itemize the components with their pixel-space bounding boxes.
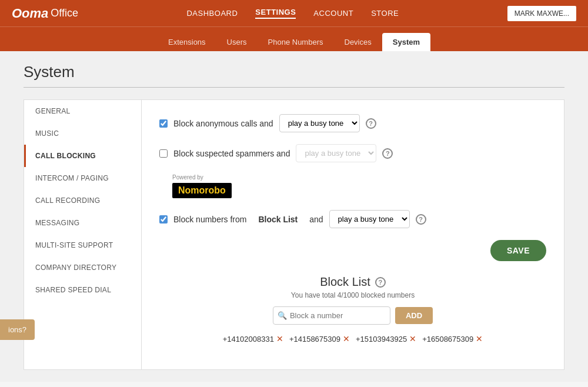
page-divider bbox=[24, 87, 564, 88]
remove-number-1-icon[interactable]: ✕ bbox=[276, 334, 283, 343]
main-layout: GENERAL MUSIC CALL BLOCKING INTERCOM / P… bbox=[24, 99, 564, 370]
block-list-help-icon[interactable]: ? bbox=[416, 214, 426, 225]
save-button[interactable]: SAVE bbox=[490, 240, 546, 261]
block-list-title-help-icon[interactable]: ? bbox=[375, 277, 386, 288]
block-list-checkbox[interactable] bbox=[159, 215, 168, 223]
user-button[interactable]: MARK MAXWE... bbox=[507, 6, 576, 21]
block-spammers-label: Block suspected spammers and bbox=[173, 149, 290, 158]
page-title: System bbox=[24, 63, 564, 81]
sidebar-item-intercom-paging[interactable]: INTERCOM / PAGING bbox=[24, 167, 141, 189]
sidebar-item-company-directory[interactable]: COMPANY DIRECTORY bbox=[24, 256, 141, 279]
sidebar-item-multi-site[interactable]: MULTI-SITE SUPPORT bbox=[24, 234, 141, 256]
nav-store[interactable]: STORE bbox=[371, 9, 399, 18]
nav-links: DASHBOARD SETTINGS ACCOUNT STORE bbox=[186, 8, 399, 19]
remove-number-3-icon[interactable]: ✕ bbox=[409, 334, 416, 343]
floating-button[interactable]: ions? bbox=[0, 319, 35, 340]
block-list-section: Block List ? You have total 4/1000 block… bbox=[159, 275, 546, 343]
blocked-number-1: +14102008331 bbox=[223, 335, 274, 343]
subnav-phone-numbers[interactable]: Phone Numbers bbox=[258, 33, 334, 51]
block-anonymous-checkbox[interactable] bbox=[159, 119, 168, 128]
block-anonymous-select[interactable]: play a busy tone play busy tone disconne… bbox=[279, 114, 360, 132]
powered-by-label: Powered by bbox=[172, 174, 546, 181]
sub-nav: Extensions Users Phone Numbers Devices S… bbox=[0, 26, 588, 51]
block-spammers-help-icon[interactable]: ? bbox=[382, 148, 393, 159]
search-icon: 🔍 bbox=[278, 311, 287, 320]
sidebar-item-shared-speed-dial[interactable]: SHARED SPEED DIAL bbox=[24, 279, 141, 301]
block-list-subtitle: You have total 4/1000 blocked numbers bbox=[159, 291, 546, 299]
block-spammers-select[interactable]: play a busy tone play busy tone disconne… bbox=[296, 144, 376, 162]
blocked-number-4: +16508675309 bbox=[422, 335, 473, 343]
page: System GENERAL MUSIC CALL BLOCKING INTER… bbox=[0, 51, 588, 382]
content-area: Block anonymous calls and play a busy to… bbox=[142, 100, 564, 369]
subnav-users[interactable]: Users bbox=[216, 33, 258, 51]
nomorobo-badge: Nomorobo bbox=[172, 183, 232, 198]
block-anonymous-row: Block anonymous calls and play a busy to… bbox=[159, 114, 546, 132]
subnav-devices[interactable]: Devices bbox=[334, 33, 382, 51]
blocked-number-3: +15103943925 bbox=[356, 335, 407, 343]
block-spammers-row: Block suspected spammers and play a busy… bbox=[159, 144, 546, 162]
list-item: +14102008331 ✕ bbox=[223, 334, 283, 343]
block-list-title-row: Block List ? bbox=[159, 275, 546, 289]
logo-office: Office bbox=[51, 7, 78, 19]
sidebar-item-call-blocking[interactable]: CALL BLOCKING bbox=[24, 145, 141, 167]
nav-settings[interactable]: SETTINGS bbox=[255, 8, 296, 19]
number-list: +14102008331 ✕ +14158675309 ✕ +151039439… bbox=[159, 334, 546, 343]
block-list-heading: Block List bbox=[320, 275, 370, 289]
save-row: SAVE bbox=[159, 240, 546, 261]
list-item: +15103943925 ✕ bbox=[356, 334, 416, 343]
block-spammers-checkbox[interactable] bbox=[159, 149, 168, 158]
nav-dashboard[interactable]: DASHBOARD bbox=[186, 9, 238, 18]
block-anonymous-label: Block anonymous calls and bbox=[173, 119, 273, 128]
block-list-label: Block numbers from Block List and bbox=[173, 215, 323, 224]
block-list-select[interactable]: play a busy tone play busy tone disconne… bbox=[329, 210, 410, 228]
list-item: +16508675309 ✕ bbox=[422, 334, 483, 343]
nomorobo-section: Powered by Nomorobo bbox=[172, 174, 546, 198]
top-nav: Ooma Office DASHBOARD SETTINGS ACCOUNT S… bbox=[0, 0, 588, 26]
block-list-row: Block numbers from Block List and play a… bbox=[159, 210, 546, 228]
sidebar-item-music[interactable]: MUSIC bbox=[24, 122, 141, 145]
remove-number-4-icon[interactable]: ✕ bbox=[476, 334, 483, 343]
logo: Ooma Office bbox=[12, 6, 78, 21]
nav-account[interactable]: ACCOUNT bbox=[313, 9, 353, 18]
subnav-system[interactable]: System bbox=[382, 33, 430, 51]
block-number-input[interactable] bbox=[273, 306, 390, 325]
block-anonymous-help-icon[interactable]: ? bbox=[366, 118, 376, 129]
subnav-extensions[interactable]: Extensions bbox=[158, 33, 216, 51]
sidebar-item-call-recording[interactable]: CALL RECORDING bbox=[24, 189, 141, 212]
sidebar: GENERAL MUSIC CALL BLOCKING INTERCOM / P… bbox=[24, 100, 142, 369]
sidebar-item-messaging[interactable]: MESSAGING bbox=[24, 212, 141, 234]
block-input-row: 🔍 ADD bbox=[159, 306, 546, 325]
blocked-number-2: +14158675309 bbox=[289, 335, 340, 343]
list-item: +14158675309 ✕ bbox=[289, 334, 350, 343]
sidebar-item-general[interactable]: GENERAL bbox=[24, 100, 141, 122]
remove-number-2-icon[interactable]: ✕ bbox=[343, 334, 350, 343]
block-input-wrap: 🔍 bbox=[273, 306, 390, 325]
add-button[interactable]: ADD bbox=[395, 307, 433, 324]
logo-ooma: Ooma bbox=[12, 6, 48, 21]
